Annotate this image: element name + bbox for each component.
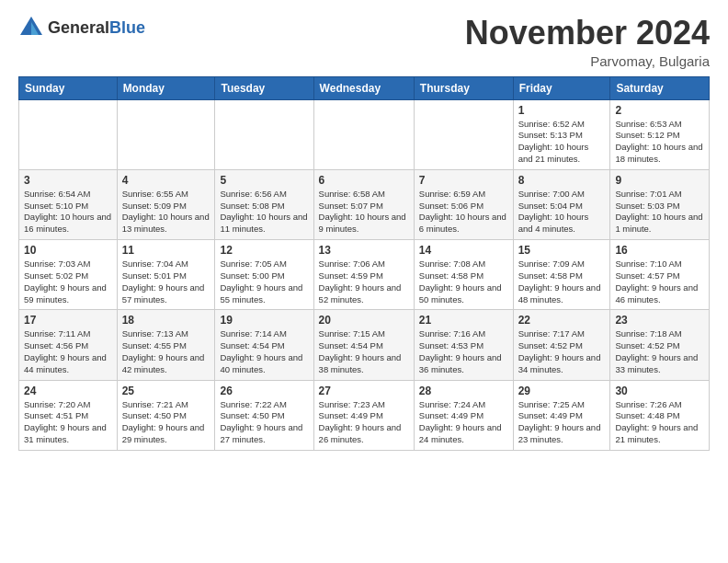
- day-number: 25: [122, 385, 210, 397]
- table-row: 19Sunrise: 7:14 AM Sunset: 4:54 PM Dayli…: [215, 310, 313, 380]
- table-row: 18Sunrise: 7:13 AM Sunset: 4:55 PM Dayli…: [117, 310, 215, 380]
- day-info: Sunrise: 6:53 AM Sunset: 5:12 PM Dayligh…: [615, 119, 704, 166]
- day-number: 10: [24, 244, 112, 257]
- logo-area: GeneralBlue: [18, 15, 145, 40]
- table-row: [313, 99, 414, 169]
- day-info: Sunrise: 7:04 AM Sunset: 5:01 PM Dayligh…: [122, 259, 210, 305]
- table-row: [19, 99, 118, 169]
- day-info: Sunrise: 6:54 AM Sunset: 5:10 PM Dayligh…: [24, 189, 112, 236]
- day-number: 12: [220, 244, 308, 257]
- day-info: Sunrise: 6:55 AM Sunset: 5:09 PM Dayligh…: [122, 189, 210, 236]
- col-sunday: Sunday: [19, 76, 118, 99]
- calendar-week-row: 10Sunrise: 7:03 AM Sunset: 5:02 PM Dayli…: [19, 240, 710, 310]
- day-number: 17: [24, 314, 112, 327]
- day-number: 16: [615, 244, 704, 257]
- day-number: 29: [518, 385, 606, 397]
- calendar-week-row: 24Sunrise: 7:20 AM Sunset: 4:51 PM Dayli…: [19, 380, 710, 450]
- table-row: [414, 99, 513, 169]
- table-row: 7Sunrise: 6:59 AM Sunset: 5:06 PM Daylig…: [414, 169, 513, 239]
- day-number: 19: [220, 314, 308, 327]
- table-row: 9Sunrise: 7:01 AM Sunset: 5:03 PM Daylig…: [610, 169, 710, 239]
- day-info: Sunrise: 6:58 AM Sunset: 5:07 PM Dayligh…: [319, 189, 409, 236]
- day-number: 24: [24, 385, 112, 397]
- table-row: 17Sunrise: 7:11 AM Sunset: 4:56 PM Dayli…: [19, 310, 118, 380]
- col-friday: Friday: [513, 76, 610, 99]
- table-row: [215, 99, 313, 169]
- table-row: 15Sunrise: 7:09 AM Sunset: 4:58 PM Dayli…: [513, 240, 610, 310]
- day-info: Sunrise: 7:17 AM Sunset: 4:52 PM Dayligh…: [518, 328, 606, 375]
- calendar-week-row: 3Sunrise: 6:54 AM Sunset: 5:10 PM Daylig…: [19, 169, 710, 239]
- day-number: 13: [319, 244, 409, 257]
- day-number: 21: [419, 314, 508, 327]
- day-number: 15: [518, 244, 606, 257]
- day-number: 20: [319, 314, 409, 327]
- logo-text-blue: Blue: [109, 18, 145, 37]
- table-row: 4Sunrise: 6:55 AM Sunset: 5:09 PM Daylig…: [117, 169, 215, 239]
- table-row: 3Sunrise: 6:54 AM Sunset: 5:10 PM Daylig…: [19, 169, 118, 239]
- logo-icon: [18, 15, 44, 40]
- day-info: Sunrise: 7:18 AM Sunset: 4:52 PM Dayligh…: [615, 328, 704, 375]
- day-info: Sunrise: 7:25 AM Sunset: 4:49 PM Dayligh…: [518, 399, 606, 446]
- day-info: Sunrise: 7:05 AM Sunset: 5:00 PM Dayligh…: [220, 259, 308, 305]
- day-info: Sunrise: 7:20 AM Sunset: 4:51 PM Dayligh…: [24, 399, 112, 446]
- subtitle: Parvomay, Bulgaria: [465, 53, 710, 69]
- day-number: 18: [122, 314, 210, 327]
- table-row: 8Sunrise: 7:00 AM Sunset: 5:04 PM Daylig…: [513, 169, 610, 239]
- day-info: Sunrise: 7:09 AM Sunset: 4:58 PM Dayligh…: [518, 259, 606, 305]
- table-row: 12Sunrise: 7:05 AM Sunset: 5:00 PM Dayli…: [215, 240, 313, 310]
- table-row: 26Sunrise: 7:22 AM Sunset: 4:50 PM Dayli…: [215, 380, 313, 450]
- day-number: 6: [319, 174, 409, 187]
- day-number: 11: [122, 244, 210, 257]
- table-row: 16Sunrise: 7:10 AM Sunset: 4:57 PM Dayli…: [610, 240, 710, 310]
- day-number: 7: [419, 174, 508, 187]
- table-row: 1Sunrise: 6:52 AM Sunset: 5:13 PM Daylig…: [513, 99, 610, 169]
- day-number: 26: [220, 385, 308, 397]
- day-number: 28: [419, 385, 508, 397]
- calendar-week-row: 17Sunrise: 7:11 AM Sunset: 4:56 PM Dayli…: [19, 310, 710, 380]
- day-number: 3: [24, 174, 112, 187]
- day-number: 27: [319, 385, 409, 397]
- day-number: 8: [518, 174, 606, 187]
- day-info: Sunrise: 7:11 AM Sunset: 4:56 PM Dayligh…: [24, 328, 112, 375]
- day-number: 9: [615, 174, 704, 187]
- table-row: 21Sunrise: 7:16 AM Sunset: 4:53 PM Dayli…: [414, 310, 513, 380]
- month-title: November 2024: [465, 15, 710, 52]
- day-info: Sunrise: 7:15 AM Sunset: 4:54 PM Dayligh…: [319, 328, 409, 375]
- day-info: Sunrise: 7:00 AM Sunset: 5:04 PM Dayligh…: [518, 189, 606, 236]
- col-wednesday: Wednesday: [313, 76, 414, 99]
- calendar-header-row: Sunday Monday Tuesday Wednesday Thursday…: [19, 76, 710, 99]
- day-info: Sunrise: 7:06 AM Sunset: 4:59 PM Dayligh…: [319, 259, 409, 305]
- table-row: 30Sunrise: 7:26 AM Sunset: 4:48 PM Dayli…: [610, 380, 710, 450]
- logo-text-general: General: [48, 18, 109, 37]
- day-info: Sunrise: 7:14 AM Sunset: 4:54 PM Dayligh…: [220, 328, 308, 375]
- day-info: Sunrise: 7:08 AM Sunset: 4:58 PM Dayligh…: [419, 259, 508, 305]
- day-number: 4: [122, 174, 210, 187]
- table-row: 20Sunrise: 7:15 AM Sunset: 4:54 PM Dayli…: [313, 310, 414, 380]
- table-row: 23Sunrise: 7:18 AM Sunset: 4:52 PM Dayli…: [610, 310, 710, 380]
- table-row: 5Sunrise: 6:56 AM Sunset: 5:08 PM Daylig…: [215, 169, 313, 239]
- day-number: 2: [615, 104, 704, 117]
- calendar: Sunday Monday Tuesday Wednesday Thursday…: [18, 76, 710, 451]
- table-row: 10Sunrise: 7:03 AM Sunset: 5:02 PM Dayli…: [19, 240, 118, 310]
- day-info: Sunrise: 7:13 AM Sunset: 4:55 PM Dayligh…: [122, 328, 210, 375]
- day-info: Sunrise: 7:23 AM Sunset: 4:49 PM Dayligh…: [319, 399, 409, 446]
- col-saturday: Saturday: [610, 76, 710, 99]
- day-info: Sunrise: 6:56 AM Sunset: 5:08 PM Dayligh…: [220, 189, 308, 236]
- day-number: 5: [220, 174, 308, 187]
- table-row: 6Sunrise: 6:58 AM Sunset: 5:07 PM Daylig…: [313, 169, 414, 239]
- title-area: November 2024 Parvomay, Bulgaria: [465, 15, 710, 69]
- day-info: Sunrise: 6:59 AM Sunset: 5:06 PM Dayligh…: [419, 189, 508, 236]
- col-monday: Monday: [117, 76, 215, 99]
- day-number: 1: [518, 104, 606, 117]
- table-row: 22Sunrise: 7:17 AM Sunset: 4:52 PM Dayli…: [513, 310, 610, 380]
- day-number: 22: [518, 314, 606, 327]
- table-row: 28Sunrise: 7:24 AM Sunset: 4:49 PM Dayli…: [414, 380, 513, 450]
- day-info: Sunrise: 7:16 AM Sunset: 4:53 PM Dayligh…: [419, 328, 508, 375]
- day-info: Sunrise: 7:01 AM Sunset: 5:03 PM Dayligh…: [615, 189, 704, 236]
- day-info: Sunrise: 7:22 AM Sunset: 4:50 PM Dayligh…: [220, 399, 308, 446]
- table-row: 2Sunrise: 6:53 AM Sunset: 5:12 PM Daylig…: [610, 99, 710, 169]
- table-row: 11Sunrise: 7:04 AM Sunset: 5:01 PM Dayli…: [117, 240, 215, 310]
- page: GeneralBlue November 2024 Parvomay, Bulg…: [0, 0, 728, 563]
- col-tuesday: Tuesday: [215, 76, 313, 99]
- table-row: 24Sunrise: 7:20 AM Sunset: 4:51 PM Dayli…: [19, 380, 118, 450]
